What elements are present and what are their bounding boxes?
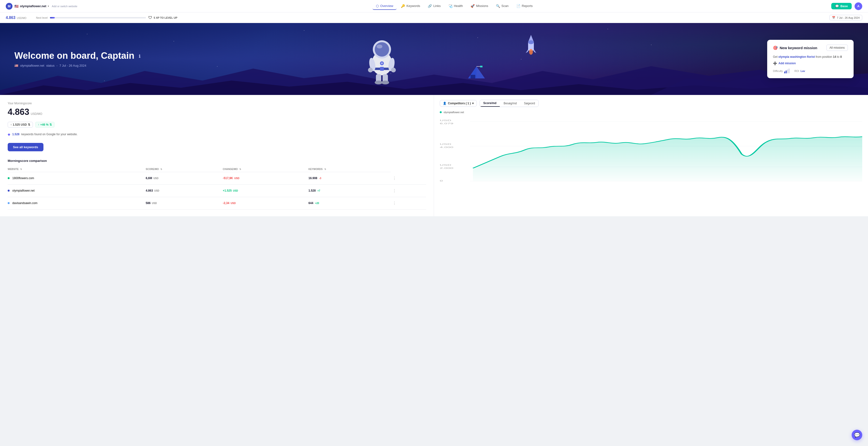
row1-change: -517,9K USD xyxy=(223,172,308,185)
subbar-score: 4.863 USD/MO xyxy=(6,15,26,20)
tab-sogeord[interactable]: Søgeord xyxy=(521,100,538,107)
mission-icon: 🎯 xyxy=(773,45,778,50)
nav-missions[interactable]: 🚀 Missions xyxy=(467,3,492,10)
chart-legend: olympiaflower.net xyxy=(440,111,862,114)
nav-scan[interactable]: 🔍 Scan xyxy=(493,3,512,10)
change-sort-icon[interactable]: ⇅ xyxy=(239,168,241,170)
diff-bar-3 xyxy=(787,70,788,73)
diff-bar-4 xyxy=(788,69,789,73)
hero-subtitle: 🇺🇸 olympiaflower.net status - 7 Jul - 26… xyxy=(14,64,141,67)
shield-icon: 🛡 xyxy=(148,15,152,20)
hero-title: Welcome on board, Captain ℹ xyxy=(14,50,141,61)
col-change: CHANGE/MO ⇅ xyxy=(223,166,308,172)
mission-card: 🎯 New keyword mission All missions Get o… xyxy=(767,40,854,78)
all-missions-button[interactable]: All missions xyxy=(827,44,848,51)
svg-point-13 xyxy=(381,80,389,84)
plus-icon: ➕ xyxy=(773,61,777,65)
hero-content: Welcome on board, Captain ℹ 🇺🇸 olympiafl… xyxy=(14,50,141,67)
y-label-max: USD xyxy=(440,119,451,122)
mission-card-header: 🎯 New keyword mission All missions xyxy=(773,44,848,51)
main-content: Your Morningscore 4.863 USD/MO ↑ 1.525 U… xyxy=(0,95,868,216)
mission-meta: Difficulty ROI Lav xyxy=(773,69,848,73)
col-website: WEBSITE ⇅ xyxy=(8,166,146,172)
table-row: 1800flowers.com 6,6M USD -517,9K USD 16.… xyxy=(8,172,426,185)
site-dot-teal xyxy=(8,177,9,179)
nav-links[interactable]: 🔗 Links xyxy=(425,3,444,10)
svg-rect-20 xyxy=(470,75,475,78)
keywords-text: keywords found on Google for your websit… xyxy=(21,133,78,136)
top-navigation: M 🇺🇸 olympiaflower.net ▾ Add or switch w… xyxy=(0,0,868,12)
scan-icon: 🔍 xyxy=(496,4,500,8)
astronaut-figure xyxy=(363,32,401,86)
row3-more-button[interactable]: ⋮ xyxy=(391,200,398,206)
chart-area: USD 6.079 USD 4.000 USD 2.000 0 xyxy=(440,116,862,184)
col-score: SCORE/MO ⇅ xyxy=(146,166,223,172)
keywords-sort-icon[interactable]: ⇅ xyxy=(324,168,326,170)
chart-controls: 👤 Competitors ( 1 ) ▾ Score/md Besøg/md … xyxy=(440,100,862,107)
chart-tabs: Score/md Besøg/md Søgeord xyxy=(479,100,538,107)
hero-banner: Welcome on board, Captain ℹ 🇺🇸 olympiafl… xyxy=(0,23,868,95)
roi-value: Lav xyxy=(801,70,805,72)
svg-text:2.000: 2.000 xyxy=(440,167,454,169)
row3-keywords: 644 +20 xyxy=(308,197,391,209)
row3-change: -2,34 USD xyxy=(223,197,308,209)
svg-text:USD: USD xyxy=(440,143,451,145)
site-info[interactable]: 🇺🇸 olympiaflower.net ▾ xyxy=(14,4,49,8)
svg-point-12 xyxy=(375,80,382,84)
site-name: olympiaflower.net xyxy=(20,4,46,8)
see-all-keywords-button[interactable]: See all keywords xyxy=(8,143,43,151)
badge-sort-icon: ⇅ xyxy=(28,123,30,126)
logo-icon[interactable]: M xyxy=(6,3,12,9)
row2-more-button[interactable]: ⋮ xyxy=(391,187,398,194)
score-badge-percent: ↑ +46 % ⇅ xyxy=(35,122,55,128)
svg-point-3 xyxy=(377,44,382,48)
svg-text:0: 0 xyxy=(440,179,443,182)
tab-score-md[interactable]: Score/md xyxy=(480,100,500,107)
svg-point-17 xyxy=(529,49,533,55)
nav-reports[interactable]: 📄 Reports xyxy=(513,3,536,10)
score-sort-icon[interactable]: ⇅ xyxy=(160,168,162,170)
competitors-dropdown[interactable]: 👤 Competitors ( 1 ) ▾ xyxy=(440,100,477,107)
nav-keywords[interactable]: 🔑 Keywords xyxy=(398,3,424,10)
add-mission-button[interactable]: ➕ Add mission xyxy=(773,61,848,65)
svg-point-9 xyxy=(391,68,396,72)
subbar-score-unit: USD/MO xyxy=(17,17,26,20)
comparison-table: WEBSITE ⇅ SCORE/MO ⇅ CHANGE/MO ⇅ KEYWORD… xyxy=(8,166,426,210)
xp-value: 5 XP TO LEVEL UP xyxy=(154,16,177,19)
avatar[interactable]: A xyxy=(855,2,862,10)
arrow-up-green-icon: ↑ xyxy=(38,123,39,126)
nav-right: 💬 Base A xyxy=(831,2,862,10)
website-sort-icon[interactable]: ⇅ xyxy=(20,168,22,170)
row3-score: 586 USD xyxy=(146,197,223,209)
mission-keyword-link[interactable]: olympia washington florist xyxy=(778,55,815,59)
user-icon: 👤 xyxy=(443,102,446,105)
calendar-icon: 📅 xyxy=(832,16,835,19)
hero-flag: 🇺🇸 xyxy=(14,64,18,67)
row1-more-button[interactable]: ⋮ xyxy=(391,175,398,181)
panel-title: Your Morningscore xyxy=(8,102,426,105)
row3-site: davisandsawin.com xyxy=(8,197,146,209)
nav-health[interactable]: 🩺 Health xyxy=(445,3,466,10)
keywords-icon: 🔑 xyxy=(401,4,405,8)
base-button[interactable]: 💬 Base xyxy=(831,3,852,9)
main-nav: ⬡ Overview 🔑 Keywords 🔗 Links 🩺 Health 🚀… xyxy=(77,3,831,10)
date-range-selector[interactable]: 📅 7 Jul - 26 Aug 2024 xyxy=(829,15,862,21)
chevron-down-icon: ▾ xyxy=(48,5,49,7)
tab-besog-md[interactable]: Besøg/md xyxy=(500,100,520,107)
diff-bar-1 xyxy=(784,71,785,73)
legend-dot xyxy=(440,111,442,113)
svg-text:USD: USD xyxy=(440,164,451,166)
difficulty-label: Difficulty xyxy=(773,70,783,72)
nav-overview[interactable]: ⬡ Overview xyxy=(373,3,397,10)
diamond-icon: ◆ xyxy=(8,132,10,136)
row2-score: 4.863 USD xyxy=(146,184,223,197)
difficulty-bars xyxy=(784,69,789,73)
tent-flag-figure xyxy=(467,65,486,80)
mission-title: 🎯 New keyword mission xyxy=(773,45,817,50)
table-row: davisandsawin.com 586 USD -2,34 USD 644 … xyxy=(8,197,426,209)
right-panel: 👤 Competitors ( 1 ) ▾ Score/md Besøg/md … xyxy=(434,95,868,216)
level-progress-fill xyxy=(50,17,55,19)
score-badge-usd: ↑ 1.525 USD ⇅ xyxy=(8,122,33,128)
svg-point-16 xyxy=(528,40,534,44)
add-switch-label[interactable]: Add or switch website xyxy=(52,5,77,8)
